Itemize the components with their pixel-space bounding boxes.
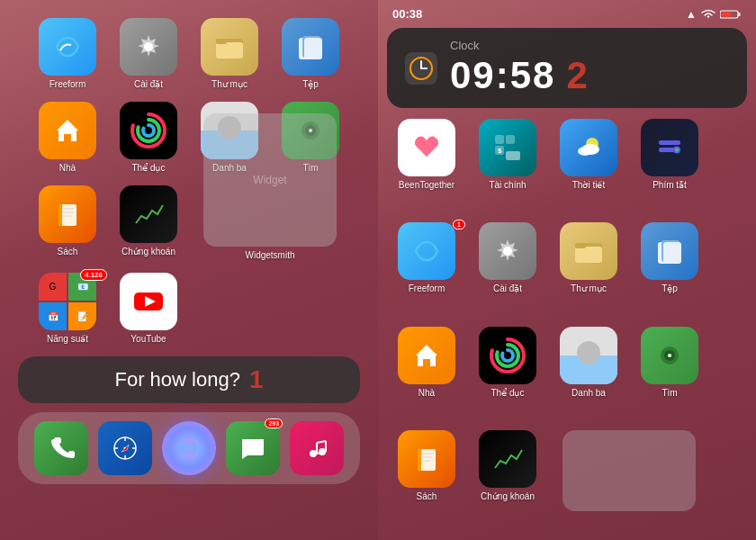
app-freeform[interactable]: Freeform bbox=[32, 18, 104, 89]
svg-text:$: $ bbox=[498, 147, 502, 155]
svg-rect-69 bbox=[418, 449, 421, 471]
app-fitness2[interactable]: Thể dục bbox=[472, 327, 544, 419]
svg-rect-42 bbox=[495, 135, 504, 144]
app-settings[interactable]: Cài đặt bbox=[112, 18, 184, 89]
app-home[interactable]: Nhà bbox=[32, 102, 104, 173]
location-icon: ▲ bbox=[686, 8, 697, 21]
app-books[interactable]: Sách bbox=[32, 185, 104, 260]
svg-rect-37 bbox=[739, 13, 741, 16]
svg-line-35 bbox=[317, 441, 326, 443]
app-beentogether[interactable]: BeenTogether bbox=[391, 119, 463, 212]
svg-rect-2 bbox=[216, 42, 243, 58]
app-taichinh[interactable]: $ Tài chính bbox=[472, 119, 544, 212]
svg-rect-50 bbox=[659, 140, 680, 145]
app-files[interactable]: Tệp bbox=[274, 18, 346, 89]
dock-safari[interactable] bbox=[98, 421, 152, 475]
clock-timer-value: 09:58 bbox=[450, 54, 555, 97]
app-youtube-icon[interactable]: YouTube bbox=[112, 273, 184, 344]
app-shortcuts[interactable]: Phím tắt bbox=[634, 119, 706, 212]
status-bar: 00:38 ▲ bbox=[378, 0, 756, 24]
app-widgetsmith: Widget Widgetsmith bbox=[194, 113, 346, 260]
svg-rect-56 bbox=[575, 247, 602, 263]
svg-point-9 bbox=[138, 120, 159, 141]
clock-notif-content: Clock 09:58 2 bbox=[450, 39, 588, 97]
battery-icon bbox=[720, 9, 742, 20]
svg-marker-61 bbox=[416, 345, 437, 366]
dock-phone[interactable] bbox=[34, 421, 88, 475]
svg-rect-3 bbox=[216, 39, 227, 44]
left-app-grid: Freeform Cài đặt Thư mục Tệp Nhà bbox=[22, 9, 356, 344]
svg-rect-15 bbox=[58, 204, 62, 226]
svg-point-10 bbox=[143, 125, 154, 136]
app-nang-suat-label: Năng suất bbox=[47, 334, 88, 344]
clock-notif-app: Clock bbox=[450, 39, 588, 52]
step-1-number: 1 bbox=[249, 365, 264, 394]
app-freeform2[interactable]: 1 Freeform bbox=[391, 222, 463, 315]
svg-marker-7 bbox=[57, 120, 78, 141]
clock-notif-icon bbox=[405, 52, 437, 85]
left-panel: Freeform Cài đặt Thư mục Tệp Nhà bbox=[0, 0, 378, 540]
status-icons: ▲ bbox=[686, 8, 742, 21]
app-books2[interactable]: Sách bbox=[391, 430, 463, 533]
productivity-badge: 4.126 bbox=[80, 269, 107, 281]
for-how-long-text: For how long? bbox=[115, 368, 240, 392]
app-folders[interactable]: Thư mục bbox=[194, 18, 266, 89]
svg-point-29 bbox=[178, 443, 200, 454]
app-settings2[interactable]: Cài đặt bbox=[472, 222, 544, 315]
svg-point-64 bbox=[502, 350, 513, 361]
svg-rect-43 bbox=[506, 135, 515, 144]
app-fitness[interactable]: Thể dục bbox=[112, 102, 184, 173]
freeform-badge: 1 bbox=[453, 220, 465, 230]
svg-marker-27 bbox=[122, 445, 129, 452]
app-folders2[interactable]: Thư mục bbox=[553, 222, 625, 315]
svg-point-49 bbox=[581, 144, 599, 155]
svg-rect-57 bbox=[575, 243, 586, 248]
dock: 293 bbox=[18, 412, 360, 484]
svg-rect-60 bbox=[663, 242, 681, 264]
app-files2[interactable]: Tệp bbox=[634, 222, 706, 315]
for-how-long-bar: For how long? 1 bbox=[18, 356, 360, 403]
status-time: 00:38 bbox=[392, 7, 422, 21]
app-widget-bottom bbox=[553, 430, 706, 533]
messages-badge: 293 bbox=[265, 418, 283, 428]
app-youtube[interactable]: 4.126 G 📧 📅 📝 Năng suất bbox=[32, 273, 104, 344]
app-home2[interactable]: Nhà bbox=[391, 327, 463, 419]
step-2-number: 2 bbox=[566, 54, 587, 97]
app-stocks2[interactable]: Chứng khoán bbox=[472, 430, 544, 533]
app-find2[interactable]: Tìm bbox=[634, 327, 706, 419]
svg-rect-6 bbox=[304, 38, 322, 59]
dock-music[interactable] bbox=[290, 421, 344, 475]
svg-point-63 bbox=[497, 345, 518, 366]
svg-rect-38 bbox=[722, 12, 731, 16]
right-app-grid: BeenTogether $ Tài chính Thời tiết bbox=[378, 112, 756, 540]
app-stocks[interactable]: Chứng khoán bbox=[112, 185, 184, 260]
dock-messages[interactable]: 293 bbox=[226, 421, 280, 475]
app-contacts2[interactable]: Danh ba bbox=[553, 327, 625, 419]
right-panel: 00:38 ▲ Clock 09:58 2 bbox=[378, 0, 756, 540]
svg-rect-46 bbox=[506, 151, 520, 160]
app-weather[interactable]: Thời tiết bbox=[553, 119, 625, 212]
wifi-icon bbox=[701, 9, 716, 20]
svg-point-53 bbox=[675, 148, 679, 152]
svg-point-67 bbox=[668, 354, 671, 357]
svg-point-30 bbox=[310, 450, 317, 457]
clock-notification[interactable]: Clock 09:58 2 bbox=[387, 28, 747, 108]
svg-rect-51 bbox=[659, 148, 675, 152]
clock-timer-row: 09:58 2 bbox=[450, 54, 588, 97]
dock-siri[interactable] bbox=[162, 421, 216, 475]
